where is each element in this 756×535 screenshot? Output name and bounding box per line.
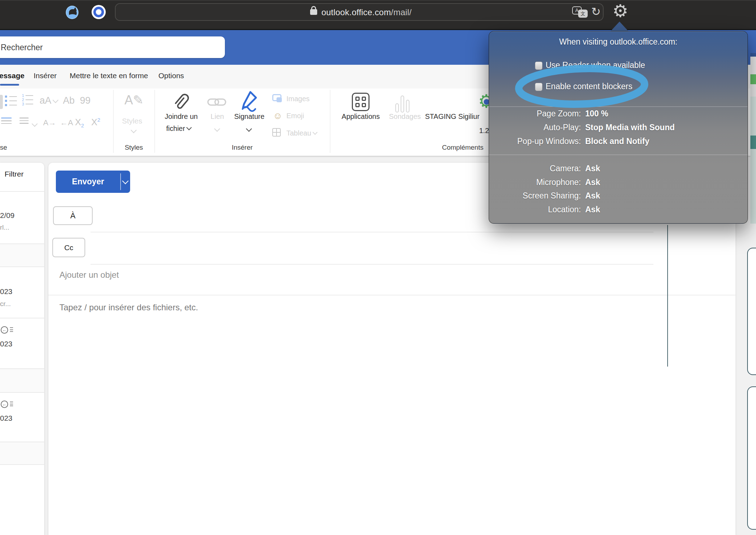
search-box[interactable] bbox=[0, 36, 225, 58]
page-zoom-value[interactable]: 100 % bbox=[585, 109, 608, 119]
quote-icon[interactable]: 99 bbox=[80, 93, 91, 108]
group-separator bbox=[330, 90, 330, 153]
divider bbox=[0, 392, 44, 393]
cc-field-underline[interactable] bbox=[91, 264, 653, 265]
tab-message-underline bbox=[0, 84, 19, 86]
auto-play-label: Auto-Play: bbox=[489, 123, 581, 132]
auto-play-value[interactable]: Stop Media with Sound bbox=[585, 123, 675, 132]
send-split-button[interactable]: Envoyer bbox=[56, 171, 130, 193]
subject-divider bbox=[48, 295, 735, 295]
bullet-list-icon[interactable] bbox=[5, 96, 17, 106]
reload-icon[interactable]: ↻ bbox=[591, 5, 601, 18]
signature-label[interactable]: Signature bbox=[232, 113, 267, 121]
page-zoom-label: Page Zoom: bbox=[489, 109, 581, 119]
right-side-card bbox=[747, 248, 756, 375]
table-icon bbox=[272, 128, 281, 137]
right-to-left-icon[interactable]: ←A bbox=[60, 116, 73, 130]
attach-file-label[interactable]: Joindre un bbox=[161, 113, 202, 121]
signature-icon[interactable] bbox=[238, 89, 260, 112]
location-label: Location: bbox=[489, 205, 581, 214]
to-button[interactable]: À bbox=[53, 206, 93, 225]
screen-sharing-value[interactable]: Ask bbox=[585, 191, 600, 201]
applications-icon[interactable] bbox=[352, 93, 370, 111]
tab-message[interactable]: essage bbox=[0, 69, 19, 82]
teal-sliver bbox=[750, 136, 756, 149]
send-options-button[interactable] bbox=[121, 171, 130, 193]
search-input[interactable] bbox=[0, 36, 214, 59]
screen-sharing-label: Screen Sharing: bbox=[489, 191, 581, 201]
subscript-icon[interactable]: X2 bbox=[75, 117, 84, 128]
staging-addin-version: 1.2 bbox=[479, 127, 489, 135]
superscript-icon[interactable]: X2 bbox=[91, 117, 100, 128]
attach-file-label2[interactable]: fichier bbox=[161, 125, 196, 133]
list-item-snippet[interactable]: rl... bbox=[0, 224, 9, 231]
images-label: Images bbox=[286, 95, 310, 103]
filter-button[interactable]: Filtrer bbox=[5, 170, 24, 178]
applications-label[interactable]: Applications bbox=[336, 113, 385, 121]
camera-label: Camera: bbox=[489, 164, 581, 173]
list-item-date[interactable]: 023 bbox=[0, 287, 12, 296]
website-settings-popup: When visiting outlook.office.com: Use Re… bbox=[489, 31, 748, 224]
basic-group-caption: se bbox=[0, 143, 11, 152]
cut-off-icon-fragment bbox=[0, 95, 3, 109]
list-section-band[interactable] bbox=[0, 244, 44, 266]
list-item-date[interactable]: 023 bbox=[0, 414, 12, 422]
indent-icon[interactable] bbox=[1, 117, 12, 124]
list-section-band[interactable] bbox=[0, 442, 44, 464]
send-button[interactable]: Envoyer bbox=[56, 171, 120, 193]
divider bbox=[0, 464, 44, 465]
green-sliver bbox=[750, 74, 756, 84]
onepassword-keyhole bbox=[98, 10, 100, 15]
settings-gear-icon[interactable]: ⚙ bbox=[612, 1, 628, 21]
popup-title: When visiting outlook.office.com: bbox=[489, 37, 748, 47]
emoji-label: Emoji bbox=[286, 112, 304, 120]
onepassword-extension-icon[interactable] bbox=[92, 5, 106, 19]
body-placeholder[interactable]: Tapez / pour insérer des fichiers, etc. bbox=[59, 303, 198, 312]
images-icon bbox=[272, 94, 283, 103]
replied-icon: ← bbox=[1, 326, 14, 335]
microphone-label: Microphone: bbox=[489, 178, 581, 187]
styles-group-caption: Styles bbox=[113, 143, 155, 152]
popup-divider bbox=[489, 155, 748, 155]
link-label: Lien bbox=[209, 113, 225, 121]
replied-icon: ← bbox=[1, 401, 14, 409]
font-size-icon[interactable]: aA bbox=[40, 93, 58, 108]
location-value[interactable]: Ask bbox=[585, 205, 600, 214]
styles-icon[interactable]: A✎ bbox=[124, 93, 144, 108]
list-item-snippet[interactable]: cr... bbox=[0, 300, 11, 308]
right-side-card bbox=[747, 386, 756, 530]
cc-button[interactable]: Cc bbox=[52, 238, 85, 257]
staging-addin-label[interactable]: STAGING Sigiliur bbox=[425, 113, 479, 121]
subject-placeholder[interactable]: Ajouter un objet bbox=[59, 270, 119, 280]
clear-formatting-icon[interactable]: Ab bbox=[63, 93, 75, 108]
list-item-date[interactable]: 2/09 bbox=[0, 211, 14, 220]
list-section-band[interactable] bbox=[0, 369, 44, 392]
url-text[interactable]: outlook.office.com/mail/ bbox=[321, 7, 412, 17]
styles-button[interactable]: Styles bbox=[122, 117, 142, 125]
tab-inserer[interactable]: Insérer bbox=[34, 69, 57, 82]
translate-icon[interactable]: A 文 bbox=[572, 6, 591, 19]
cat-ear bbox=[73, 7, 77, 11]
side-panel-edge bbox=[667, 225, 668, 367]
attach-file-icon[interactable] bbox=[173, 91, 191, 112]
popup-windows-value[interactable]: Block and Notify bbox=[585, 137, 649, 146]
line-spacing-icon[interactable] bbox=[19, 117, 29, 124]
tab-format-text[interactable]: Mettre le texte en forme bbox=[70, 69, 148, 82]
cat-extension-icon[interactable] bbox=[66, 6, 78, 19]
polls-label: Sondages bbox=[387, 113, 423, 121]
divider bbox=[0, 266, 44, 267]
addins-group-caption: Compléments bbox=[442, 143, 495, 152]
tab-options[interactable]: Options bbox=[158, 69, 184, 82]
polls-icon bbox=[395, 94, 415, 113]
lock-icon bbox=[310, 9, 317, 15]
camera-value[interactable]: Ask bbox=[585, 164, 600, 173]
microphone-value[interactable]: Ask bbox=[585, 178, 600, 187]
numbered-list-icon[interactable]: 1 2 3 bbox=[22, 94, 33, 105]
link-icon bbox=[207, 96, 227, 109]
divider bbox=[0, 191, 44, 192]
list-item-date[interactable]: 023 bbox=[0, 340, 12, 348]
left-to-right-icon[interactable]: A→ bbox=[43, 116, 56, 130]
to-field-underline[interactable] bbox=[91, 232, 653, 232]
translate-bubble-zh: 文 bbox=[578, 10, 588, 18]
chevron-down-icon bbox=[122, 178, 129, 184]
